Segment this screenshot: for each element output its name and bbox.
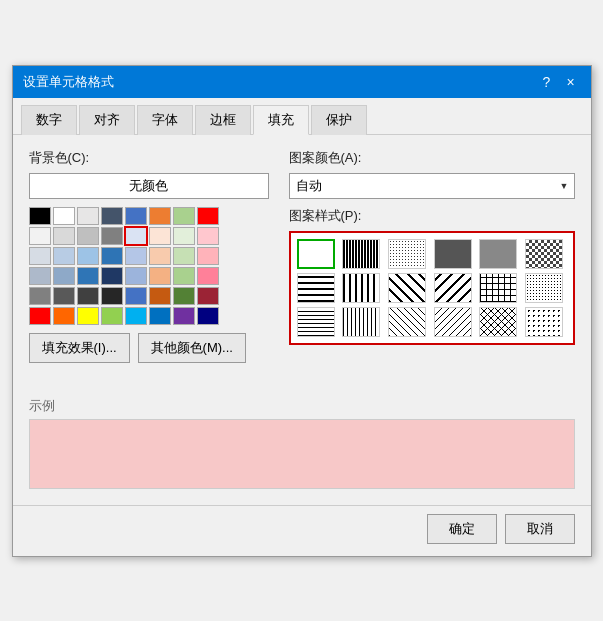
tab-font[interactable]: 字体 [137,105,193,135]
title-bar-buttons: ? × [537,72,581,92]
tab-protect[interactable]: 保护 [311,105,367,135]
pattern-crosshatch[interactable] [479,273,517,303]
right-column: 图案颜色(A): 自动 图案样式(P): [289,149,575,363]
color-r4c2[interactable] [53,267,75,285]
help-button[interactable]: ? [537,72,557,92]
color-lightgray1[interactable] [77,207,99,225]
pattern-check-lg[interactable] [525,239,563,269]
color-r4c3[interactable] [77,267,99,285]
pattern-diag-thin[interactable] [388,307,426,337]
pattern-dotted-dense[interactable] [525,273,563,303]
color-white[interactable] [53,207,75,225]
pattern-gray75[interactable] [434,239,472,269]
color-r2c2[interactable] [53,227,75,245]
tab-number[interactable]: 数字 [21,105,77,135]
pattern-solid-dark[interactable] [342,239,380,269]
pattern-dotted-sparse[interactable] [525,307,563,337]
pattern-vert-thin[interactable] [342,307,380,337]
ok-button[interactable]: 确定 [427,514,497,544]
color-r6c8[interactable] [197,307,219,325]
pattern-gray50[interactable] [479,239,517,269]
pattern-color-select-wrapper[interactable]: 自动 [289,173,575,199]
color-r3c4[interactable] [101,247,123,265]
pattern-cross-thin[interactable] [479,307,517,337]
color-grid [29,207,269,325]
example-section: 示例 [29,397,575,489]
color-r4c7[interactable] [173,267,195,285]
color-r2c5[interactable] [125,227,147,245]
pattern-color-label: 图案颜色(A): [289,149,575,167]
color-r4c8[interactable] [197,267,219,285]
tab-border[interactable]: 边框 [195,105,251,135]
color-r4c5[interactable] [125,267,147,285]
color-orange[interactable] [149,207,171,225]
color-r5c2[interactable] [53,287,75,305]
color-black[interactable] [29,207,51,225]
pattern-color-row: 自动 [289,173,575,199]
color-r3c7[interactable] [173,247,195,265]
close-button[interactable]: × [561,72,581,92]
color-r5c3[interactable] [77,287,99,305]
pattern-style-label: 图案样式(P): [289,207,575,225]
pattern-grid-wrapper [289,231,575,345]
pattern-grid [297,239,567,337]
color-red1[interactable] [197,207,219,225]
color-r4c4[interactable] [101,267,123,285]
tab-content: 背景色(C): 无颜色 [13,135,591,499]
color-r3c2[interactable] [53,247,75,265]
color-r2c6[interactable] [149,227,171,245]
tab-bar: 数字 对齐 字体 边框 填充 保护 [13,98,591,135]
color-lightgreen[interactable] [173,207,195,225]
color-r5c5[interactable] [125,287,147,305]
tab-align[interactable]: 对齐 [79,105,135,135]
color-darkblue[interactable] [101,207,123,225]
color-r6c6[interactable] [149,307,171,325]
color-r3c3[interactable] [77,247,99,265]
color-r2c3[interactable] [77,227,99,245]
tab-fill[interactable]: 填充 [253,105,309,135]
pattern-diag-right[interactable] [434,273,472,303]
color-r5c6[interactable] [149,287,171,305]
color-r6c4[interactable] [101,307,123,325]
pattern-horiz-thin[interactable] [297,307,335,337]
color-r2c7[interactable] [173,227,195,245]
title-bar: 设置单元格格式 ? × [13,66,591,98]
color-r5c7[interactable] [173,287,195,305]
main-two-col: 背景色(C): 无颜色 [29,149,575,363]
color-r5c1[interactable] [29,287,51,305]
color-r2c8[interactable] [197,227,219,245]
color-r3c6[interactable] [149,247,171,265]
color-buttons-row: 填充效果(I)... 其他颜色(M)... [29,333,269,363]
pattern-horiz-lines[interactable] [297,273,335,303]
cancel-button[interactable]: 取消 [505,514,575,544]
other-color-button[interactable]: 其他颜色(M)... [138,333,246,363]
pattern-diag-left[interactable] [388,273,426,303]
color-r3c1[interactable] [29,247,51,265]
bg-color-label: 背景色(C): [29,149,269,167]
fill-effect-button[interactable]: 填充效果(I)... [29,333,130,363]
color-r6c5[interactable] [125,307,147,325]
color-r6c7[interactable] [173,307,195,325]
color-r5c8[interactable] [197,287,219,305]
color-r2c4[interactable] [101,227,123,245]
example-label: 示例 [29,397,575,415]
example-box [29,419,575,489]
color-r6c2[interactable] [53,307,75,325]
pattern-blank[interactable] [297,239,335,269]
left-column: 背景色(C): 无颜色 [29,149,269,363]
bg-color-value[interactable]: 无颜色 [29,173,269,199]
color-r3c5[interactable] [125,247,147,265]
pattern-dots-med[interactable] [388,239,426,269]
color-blue[interactable] [125,207,147,225]
pattern-diag-thin2[interactable] [434,307,472,337]
color-r3c8[interactable] [197,247,219,265]
format-cells-dialog: 设置单元格格式 ? × 数字 对齐 字体 边框 填充 保护 背景色(C): 无颜… [12,65,592,557]
pattern-vert-lines[interactable] [342,273,380,303]
color-r4c6[interactable] [149,267,171,285]
color-r6c3[interactable] [77,307,99,325]
color-r6c1[interactable] [29,307,51,325]
color-r4c1[interactable] [29,267,51,285]
color-r2c1[interactable] [29,227,51,245]
color-r5c4[interactable] [101,287,123,305]
pattern-color-select[interactable]: 自动 [289,173,575,199]
